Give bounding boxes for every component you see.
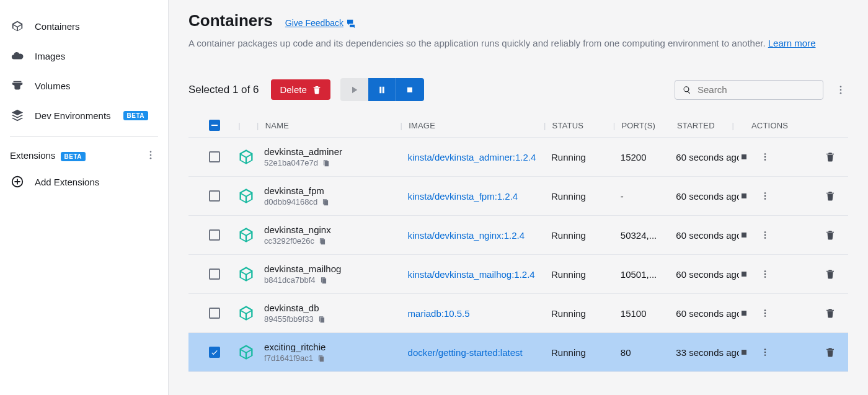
status-text: Running <box>551 230 586 241</box>
stop-button[interactable] <box>739 230 749 240</box>
image-link[interactable]: kinsta/devkinsta_fpm:1.2.4 <box>408 191 518 202</box>
container-name: exciting_ritchie <box>264 342 407 352</box>
container-icon <box>237 265 255 283</box>
copy-icon[interactable] <box>318 237 327 246</box>
sidebar-item-label: Add Extensions <box>35 177 99 187</box>
column-header: IMAGE <box>409 121 435 130</box>
stack-icon <box>10 108 25 123</box>
status-text: Running <box>551 152 586 162</box>
table-row[interactable]: devkinsta_adminer 52e1ba047e7d kinsta/de… <box>188 137 848 176</box>
row-checkbox[interactable] <box>209 308 220 319</box>
copy-icon[interactable] <box>317 315 326 324</box>
stop-button[interactable] <box>739 269 749 279</box>
status-text: Running <box>551 191 586 202</box>
ports-text: 15200 <box>621 152 647 162</box>
delete-button[interactable]: Delete <box>271 79 330 100</box>
delete-row-button[interactable] <box>825 229 836 241</box>
play-icon <box>348 84 360 95</box>
table-row[interactable]: devkinsta_nginx cc3292f0e26c kinsta/devk… <box>188 215 848 254</box>
sidebar-item-images[interactable]: Images <box>0 41 168 71</box>
container-id: b841dca7bbf4 <box>264 275 315 285</box>
column-header: NAME <box>265 121 289 130</box>
table-row[interactable]: devkinsta_fpm d0dbb94168cd kinsta/devkin… <box>188 176 848 215</box>
copy-icon[interactable] <box>319 276 328 285</box>
selected-count: Selected 1 of 6 <box>188 84 259 96</box>
plus-circle-icon <box>10 174 25 189</box>
sidebar-item-volumes[interactable]: Volumes <box>0 71 168 100</box>
delete-row-button[interactable] <box>825 190 836 202</box>
status-text: Running <box>551 269 586 280</box>
container-name: devkinsta_adminer <box>264 146 407 157</box>
volume-icon <box>10 78 25 93</box>
more-actions-button[interactable] <box>760 269 770 279</box>
row-checkbox[interactable] <box>209 151 220 162</box>
started-text: 33 seconds ago <box>676 347 739 358</box>
stop-button[interactable] <box>739 347 749 357</box>
learn-more-link[interactable]: Learn more <box>768 38 816 48</box>
ports-text: - <box>621 191 624 202</box>
ports-text: 50324,... <box>621 230 657 241</box>
more-actions-button[interactable] <box>760 230 770 240</box>
cloud-icon <box>10 48 25 63</box>
more-actions-button[interactable] <box>760 152 770 162</box>
image-link[interactable]: mariadb:10.5.5 <box>408 308 470 319</box>
container-name: devkinsta_mailhog <box>264 264 407 274</box>
started-text: 60 seconds ago <box>676 191 739 202</box>
image-link[interactable]: kinsta/devkinsta_mailhog:1.2.4 <box>408 269 535 280</box>
container-id: 52e1ba047e7d <box>264 158 318 167</box>
play-button[interactable] <box>340 78 368 101</box>
search-input[interactable] <box>698 84 815 95</box>
stop-icon <box>405 85 415 95</box>
sidebar-item-containers[interactable]: Containers <box>0 11 168 41</box>
delete-row-button[interactable] <box>825 151 836 162</box>
container-icon <box>237 226 255 244</box>
stop-button[interactable] <box>739 308 749 318</box>
row-checkbox[interactable] <box>209 190 220 202</box>
sidebar-item-label: Volumes <box>35 81 71 91</box>
image-link[interactable]: kinsta/devkinsta_nginx:1.2.4 <box>408 230 525 241</box>
row-checkbox[interactable] <box>209 347 220 358</box>
status-text: Running <box>551 308 586 319</box>
pause-button[interactable] <box>368 78 396 101</box>
kebab-icon[interactable] <box>143 149 158 161</box>
kebab-icon[interactable] <box>833 84 848 95</box>
search-icon <box>683 84 691 95</box>
more-actions-button[interactable] <box>760 308 770 318</box>
extensions-label: Extensions <box>10 150 55 161</box>
container-icon <box>10 19 25 33</box>
give-feedback-link[interactable]: Give Feedback <box>285 18 356 28</box>
table-row[interactable]: devkinsta_mailhog b841dca7bbf4 kinsta/de… <box>188 254 848 293</box>
select-all-checkbox[interactable] <box>209 120 220 131</box>
beta-badge: BETA <box>61 152 86 161</box>
container-id: d0dbb94168cd <box>264 197 317 206</box>
stop-button[interactable] <box>739 152 749 162</box>
started-text: 60 seconds ago <box>676 269 739 280</box>
delete-row-button[interactable] <box>825 269 836 280</box>
row-checkbox[interactable] <box>209 269 220 280</box>
column-header: ACTIONS <box>751 121 788 130</box>
delete-row-button[interactable] <box>825 308 836 319</box>
more-actions-button[interactable] <box>760 347 770 357</box>
ports-text: 15100 <box>621 308 647 319</box>
copy-icon[interactable] <box>322 159 330 167</box>
search-input-wrapper[interactable] <box>675 80 823 100</box>
sidebar-item-label: Images <box>35 51 65 61</box>
sidebar-item-add-extensions[interactable]: Add Extensions <box>0 167 168 197</box>
container-name: devkinsta_db <box>264 303 407 313</box>
copy-icon[interactable] <box>321 198 330 206</box>
more-actions-button[interactable] <box>760 191 770 201</box>
stop-button[interactable] <box>396 78 424 101</box>
container-name: devkinsta_nginx <box>264 224 407 235</box>
delete-row-button[interactable] <box>825 347 836 358</box>
stop-button[interactable] <box>739 191 749 201</box>
image-link[interactable]: kinsta/devkinsta_adminer:1.2.4 <box>408 152 536 162</box>
copy-icon[interactable] <box>317 354 326 363</box>
container-id: 89455fbb9f33 <box>264 314 314 324</box>
sidebar-item-dev-environments[interactable]: Dev Environments BETA <box>0 100 168 130</box>
row-checkbox[interactable] <box>209 229 220 241</box>
table-row[interactable]: exciting_ritchie f7d1641f9ac1 docker/get… <box>188 332 848 372</box>
container-icon <box>237 148 255 166</box>
table-row[interactable]: devkinsta_db 89455fbb9f33 mariadb:10.5.5… <box>188 293 848 332</box>
image-link[interactable]: docker/getting-started:latest <box>408 347 523 358</box>
container-id: cc3292f0e26c <box>264 236 314 246</box>
